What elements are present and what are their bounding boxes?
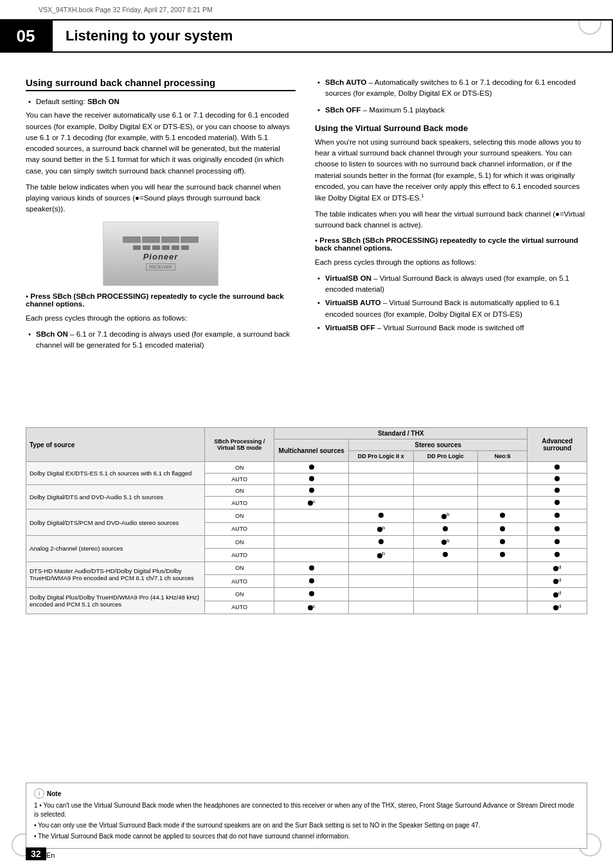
multichannel-cell — [274, 485, 349, 497]
default-label: Default setting: — [36, 98, 85, 105]
vsb-auto-label: VirtualSB AUTO — [325, 299, 381, 306]
neo6-cell — [477, 474, 527, 485]
dd-pro-logic-cell — [413, 562, 477, 574]
col-dd-pro-logic: DD Pro Logic — [413, 451, 477, 462]
col-dd-pro-logic-ii-x: DD Pro Logic II x — [349, 451, 413, 462]
source-cell: Dolby Digital/DTS and DVD-Audio 5.1 ch s… — [26, 485, 205, 509]
press-note-left: • Press SBch (SBch PROCESSING) repeatedl… — [26, 292, 296, 308]
receiver-image: Pioneer RECEIVER — [103, 222, 218, 286]
mode-cell: ON — [205, 562, 274, 574]
note-item-1: • You can only use the Virtual Surround … — [34, 821, 579, 830]
neo6-cell — [477, 509, 527, 522]
multichannel-cell — [274, 588, 349, 601]
neo6-cell — [477, 549, 527, 562]
table-row: DTS-HD Master Audio/DTS-HD/Dolby Digital… — [26, 562, 587, 574]
dd-pro-logic-iix-cell — [349, 535, 413, 548]
mode-cell: AUTO — [205, 497, 274, 509]
col-stereo-sources: Stereo sources — [349, 439, 528, 451]
right-auto-label: SBch AUTO — [325, 78, 367, 86]
multichannel-cell: c — [274, 601, 349, 614]
table-container: Type of source SBch Processing / Virtual… — [26, 418, 587, 614]
advanced-surround-cell — [528, 509, 587, 522]
neo6-cell — [477, 522, 527, 535]
default-value: SBch ON — [87, 98, 120, 105]
advanced-surround-cell — [528, 497, 587, 509]
col-multichannel: Multichannel sources — [274, 439, 349, 462]
advanced-surround-cell — [528, 549, 587, 562]
dd-pro-logic-iix-cell — [349, 474, 413, 485]
right-para1-text: When you're not using surround back spea… — [315, 138, 582, 202]
dd-pro-logic-iix-cell: b — [349, 522, 413, 535]
chapter-tab: 05 — [0, 19, 51, 53]
neo6-cell — [477, 562, 527, 574]
dd-pro-logic-iix-cell: b — [349, 549, 413, 562]
neo6-cell — [477, 535, 527, 548]
neo6-cell — [477, 462, 527, 474]
neo6-cell — [477, 497, 527, 509]
advanced-surround-cell: d — [528, 562, 587, 574]
multichannel-cell — [274, 474, 349, 485]
right-heading: Using the Virtual Surround Back mode — [315, 123, 587, 133]
neo6-cell — [477, 601, 527, 614]
table-row: Dolby Digital/DTS and DVD-Audio 5.1 ch s… — [26, 485, 587, 497]
table-row: Dolby Digital Plus/Dolby TrueHD/WMA9 Pro… — [26, 588, 587, 601]
advanced-surround-cell — [528, 535, 587, 548]
press-detail-left: Each press cycles through the options as… — [26, 313, 296, 324]
dd-pro-logic-cell — [413, 574, 477, 587]
vsb-off-label: VirtualSB OFF — [325, 324, 375, 332]
note-icon: i — [34, 788, 44, 799]
advanced-surround-cell: d — [528, 588, 587, 601]
left-heading: Using surround back channel processing — [26, 77, 296, 91]
advanced-surround-cell — [528, 485, 587, 497]
dd-pro-logic-cell — [413, 474, 477, 485]
note-header: i Note — [34, 788, 579, 799]
file-info: VSX_94TXH.book Page 32 Friday, April 27,… — [39, 6, 213, 13]
dd-pro-logic-iix-cell — [349, 485, 413, 497]
multichannel-cell — [274, 562, 349, 574]
multichannel-cell — [274, 522, 349, 535]
neo6-cell — [477, 588, 527, 601]
dd-pro-logic-cell — [413, 601, 477, 614]
mode-cell: AUTO — [205, 474, 274, 485]
surround-table: Type of source SBch Processing / Virtual… — [26, 427, 587, 614]
press-detail-right: Each press cycles through the options as… — [315, 257, 587, 268]
right-option-auto: SBch AUTO – Automatically switches to 6.… — [315, 77, 587, 100]
dd-pro-logic-iix-cell — [349, 601, 413, 614]
table-row: Dolby Digital EX/DTS-ES 5.1 ch sources w… — [26, 462, 587, 474]
press-instruction-right: Press SBch (SBch PROCESSING) repeatedly … — [315, 236, 578, 252]
dd-pro-logic-cell — [413, 485, 477, 497]
dd-pro-logic-iix-cell — [349, 574, 413, 587]
left-para1: You can have the receiver automatically … — [26, 110, 296, 177]
dd-pro-logic-iix-cell — [349, 509, 413, 522]
neo6-cell — [477, 574, 527, 587]
neo6-cell — [477, 485, 527, 497]
left-para2: The table below indicates when you will … — [26, 182, 296, 215]
multichannel-cell — [274, 462, 349, 474]
multichannel-cell: c — [274, 497, 349, 509]
source-cell: Dolby Digital Plus/Dolby TrueHD/WMA9 Pro… — [26, 588, 205, 614]
col-advanced-surround: Advanced surround — [528, 428, 587, 462]
dd-pro-logic-iix-cell — [349, 562, 413, 574]
multichannel-cell — [274, 509, 349, 522]
receiver-label: RECEIVER — [146, 263, 175, 270]
right-vsb-off: VirtualSB OFF – Virtual Surround Back mo… — [315, 323, 587, 333]
vsb-on-label: VirtualSB ON — [325, 274, 371, 282]
default-setting-line: Default setting: SBch ON — [26, 96, 296, 107]
right-vsb-on: VirtualSB ON – Virtual Surround Back is … — [315, 273, 587, 296]
multichannel-cell — [274, 574, 349, 587]
mode-cell: AUTO — [205, 522, 274, 535]
dd-pro-logic-iix-cell — [349, 462, 413, 474]
right-vsb-auto: VirtualSB AUTO – Virtual Surround Back i… — [315, 297, 587, 320]
right-off-label: SBch OFF — [325, 106, 361, 114]
right-para2: The table indicates when you will hear t… — [315, 209, 587, 231]
dd-pro-logic-cell — [413, 588, 477, 601]
press-instruction-left: Press SBch (SBch PROCESSING) repeatedly … — [26, 292, 284, 308]
note-box: i Note 1 • You can't use the Virtual Sur… — [26, 783, 587, 849]
col-standard-thx: Standard / THX — [274, 428, 528, 439]
table-row: Dolby Digital/DTS/PCM and DVD-Audio ster… — [26, 509, 587, 522]
col-sbch-processing: SBch Processing / Virtual SB mode — [205, 428, 274, 462]
source-cell: Dolby Digital/DTS/PCM and DVD-Audio ster… — [26, 509, 205, 536]
chapter-number: 05 — [17, 26, 35, 46]
footnote-ref: 1 — [422, 193, 424, 199]
mode-cell: AUTO — [205, 574, 274, 587]
